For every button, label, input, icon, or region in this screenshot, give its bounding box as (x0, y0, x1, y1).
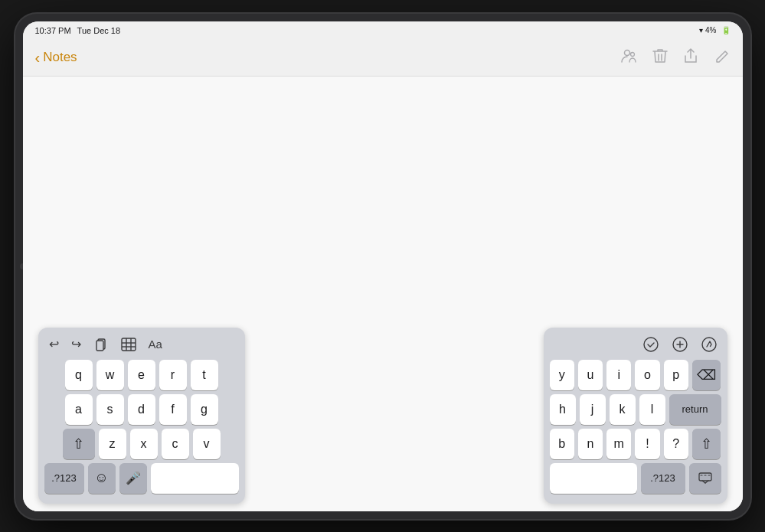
key-emoji[interactable]: ☺ (88, 463, 116, 494)
key-e[interactable]: e (128, 360, 155, 390)
key-o[interactable]: o (635, 360, 659, 390)
trash-icon[interactable] (652, 47, 668, 68)
key-return[interactable]: return (669, 394, 721, 425)
nav-bar: ‹ Notes (23, 40, 743, 77)
key-w[interactable]: w (96, 360, 124, 390)
key-d[interactable]: d (128, 394, 155, 425)
redo-button[interactable]: ↪ (70, 335, 83, 353)
key-row-2: a s d f g (44, 394, 239, 425)
split-keyboard: ↩ ↪ (23, 328, 743, 511)
nav-right-actions (620, 47, 731, 68)
back-title: Notes (43, 50, 77, 65)
status-right: ▾ 4% 🔋 (699, 26, 730, 34)
undo-button[interactable]: ↩ (47, 335, 60, 353)
key-numbers-left[interactable]: .?123 (44, 463, 84, 494)
key-a[interactable]: a (65, 394, 93, 425)
clipboard-button[interactable] (92, 335, 110, 354)
key-t[interactable]: t (191, 360, 218, 390)
date: Tue Dec 18 (77, 26, 120, 35)
table-button[interactable] (119, 336, 138, 353)
key-row-1: q w e r t (44, 360, 239, 390)
key-shift-left[interactable]: ⇧ (63, 429, 95, 459)
key-s[interactable]: s (96, 394, 124, 425)
key-y[interactable]: y (550, 360, 574, 390)
keyboard-toolbar-left: ↩ ↪ (44, 334, 239, 355)
keyboard-toolbar-right (550, 334, 721, 355)
key-k[interactable]: k (610, 394, 636, 425)
key-h[interactable]: h (550, 394, 576, 425)
format-button[interactable]: Aa (147, 336, 164, 352)
key-row-4: .?123 ☺ 🎤 (44, 463, 239, 494)
svg-point-9 (644, 338, 658, 351)
key-l[interactable]: l (639, 394, 665, 425)
key-v[interactable]: v (193, 429, 221, 459)
device-frame: 10:37 PM Tue Dec 18 ▾ 4% 🔋 ‹ Notes (15, 14, 750, 519)
screen: 10:37 PM Tue Dec 18 ▾ 4% 🔋 ‹ Notes (23, 21, 743, 511)
time: 10:37 PM (35, 26, 71, 35)
key-f[interactable]: f (159, 394, 187, 425)
key-u[interactable]: u (578, 360, 603, 390)
key-j[interactable]: j (580, 394, 606, 425)
key-r[interactable]: r (159, 360, 187, 390)
key-p[interactable]: p (664, 360, 688, 390)
key-exclaim[interactable]: ! (635, 429, 659, 459)
add-button[interactable] (671, 335, 689, 354)
key-row-right-1: y u i o p ⌫ (550, 360, 721, 390)
key-n[interactable]: n (578, 429, 603, 459)
svg-point-0 (624, 50, 629, 55)
people-icon[interactable] (620, 47, 637, 68)
back-chevron-icon: ‹ (35, 49, 41, 67)
key-row-right-3: b n m ! ? ⇧ (550, 429, 721, 459)
key-i[interactable]: i (606, 360, 631, 390)
note-content-area[interactable]: ↩ ↪ (23, 77, 743, 511)
compose-icon[interactable] (714, 47, 731, 68)
key-delete[interactable]: ⌫ (692, 360, 721, 390)
status-left: 10:37 PM Tue Dec 18 (35, 26, 121, 35)
svg-rect-3 (96, 341, 103, 351)
key-question[interactable]: ? (664, 429, 688, 459)
key-row-3: ⇧ z x c v (44, 429, 239, 459)
svg-point-1 (630, 52, 634, 56)
keyboard-left[interactable]: ↩ ↪ (38, 328, 245, 504)
key-c[interactable]: c (162, 429, 189, 459)
key-mic[interactable]: 🎤 (119, 463, 147, 494)
key-keyboard-dismiss[interactable] (689, 463, 721, 494)
key-b[interactable]: b (550, 429, 574, 459)
key-shift-right[interactable]: ⇧ (692, 429, 721, 459)
key-space-left[interactable] (151, 463, 239, 494)
key-row-right-2: h j k l return (550, 394, 721, 425)
key-z[interactable]: z (99, 429, 126, 459)
key-x[interactable]: x (130, 429, 158, 459)
svg-point-13 (702, 338, 716, 351)
key-q[interactable]: q (65, 360, 93, 390)
key-g[interactable]: g (191, 394, 218, 425)
key-space-right[interactable] (550, 463, 637, 494)
back-button[interactable]: ‹ Notes (35, 49, 77, 67)
status-bar: 10:37 PM Tue Dec 18 ▾ 4% 🔋 (23, 21, 743, 40)
share-icon[interactable] (683, 47, 698, 68)
key-row-right-4: .?123 (550, 463, 721, 494)
battery-icon: 🔋 (721, 26, 731, 34)
keyboard-right[interactable]: y u i o p ⌫ h j k l return (544, 328, 727, 504)
svg-rect-14 (699, 473, 711, 481)
key-numbers-right[interactable]: .?123 (641, 463, 685, 494)
wifi-icon: ▾ 4% (699, 26, 716, 34)
key-m[interactable]: m (606, 429, 631, 459)
svg-rect-4 (122, 338, 136, 351)
scribble-button[interactable] (700, 335, 718, 354)
checkmark-button[interactable] (642, 335, 660, 354)
